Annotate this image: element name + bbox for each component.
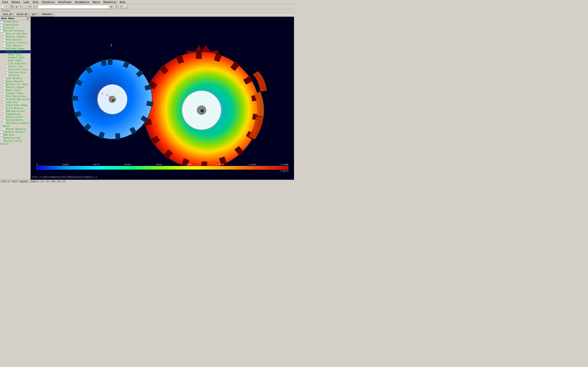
expander-safety-factor[interactable]: + <box>3 116 6 119</box>
expander-check-elem-shape[interactable]: + <box>3 104 6 107</box>
menu-parameters[interactable]: Parameters <box>73 0 91 4</box>
expander-list-results[interactable]: + <box>3 77 6 80</box>
expander-submodeling[interactable]: + <box>3 113 6 116</box>
toolbar-info-btn[interactable]: ℹ <box>32 5 36 9</box>
tree-item-thinfilm[interactable]: + ThinFilm <box>0 74 30 77</box>
save-db-button[interactable]: SAVE_DB <box>1 13 14 17</box>
menu-list[interactable]: List <box>22 0 31 4</box>
tree-item-session-editor[interactable]: + Session Editor <box>0 140 30 143</box>
tree-item-element-table[interactable]: + Element Table <box>0 92 30 95</box>
tree-item-preferences[interactable]: + Preferences <box>0 20 30 24</box>
tree-item-contour-plot[interactable]: Contour Plot <box>0 50 30 53</box>
tree-item-element-solu[interactable]: Element Solu <box>0 56 30 59</box>
tree-item-surface-operations[interactable]: + Surface Operations <box>0 98 30 101</box>
tree-item-radiation-opt[interactable]: + Radiation Opt <box>0 137 30 140</box>
expander-rom-tool[interactable]: + <box>0 134 3 136</box>
expander-options-for-outp[interactable]: + <box>3 83 6 86</box>
tree-item-options-for-outp[interactable]: + Options for Outp <box>0 83 30 86</box>
expander-radiation-opt[interactable]: + <box>0 137 3 140</box>
tree-item-finish[interactable]: Finish <box>0 143 30 146</box>
tree-item-line-elem-res[interactable]: Line Elem Res <box>0 62 30 65</box>
tree-item-submodeling[interactable]: + Submodeling <box>0 113 30 116</box>
tree-item-rom-operations[interactable]: + ROM Operations <box>0 110 30 113</box>
tree-item-preprocessor[interactable]: + Preprocessor <box>0 24 30 26</box>
expander-plot-path-item[interactable]: + <box>6 68 8 71</box>
expander-element-table[interactable]: + <box>3 92 6 95</box>
toolbar-copy-btn[interactable]: 📋 <box>23 5 27 9</box>
expander-define-modify[interactable]: + <box>3 119 6 122</box>
tree-item-results-viewer[interactable]: + Results Viewer <box>0 86 30 89</box>
menu-plotctrls[interactable]: PlotCtrls <box>40 0 56 4</box>
expander-thinfilm[interactable]: + <box>6 74 8 77</box>
toolbar-r1-btn[interactable]: ⟪ <box>114 5 119 9</box>
expander-preprocessor[interactable]: + <box>0 24 3 26</box>
tree-item-general-postproc[interactable]: - General Postproc <box>0 29 30 32</box>
expander-load-case[interactable]: + <box>3 101 6 104</box>
expander-preferences[interactable]: + <box>0 21 3 23</box>
tree-item-write-results[interactable]: + Write Results <box>0 107 30 110</box>
toolbar-open-btn[interactable]: 📂 <box>5 5 9 9</box>
tree-item-plot-path-item[interactable]: + Plot Path Item <box>0 68 30 71</box>
expander-plot-results[interactable]: - <box>3 44 6 47</box>
expander-manual-rezoning[interactable]: + <box>3 128 6 131</box>
tree-item-read-results[interactable]: + Read Results <box>0 38 30 41</box>
tree-item-vector-plot[interactable]: + Vector Plot <box>0 65 30 68</box>
tree-item-query-results[interactable]: + Query Results <box>0 80 30 83</box>
toolbar-print-btn[interactable]: 🖨 <box>14 5 18 9</box>
toolbar-r2-btn[interactable]: ⟫ <box>119 5 123 9</box>
expander-nodal-calcs[interactable]: + <box>3 89 6 92</box>
tree-item-manual-rezoning[interactable]: + Manual Rezoning <box>0 128 30 131</box>
expander-read-results[interactable]: + <box>3 39 6 41</box>
expander-solution[interactable]: + <box>0 27 3 29</box>
tree-item-load-case[interactable]: + Load Case <box>0 101 30 104</box>
expander-general-postproc[interactable]: - <box>0 30 3 32</box>
tree-item-reset[interactable]: Reset <box>0 125 30 128</box>
menu-file[interactable]: File <box>1 0 9 4</box>
toolbar-save-btn[interactable]: 💾 <box>10 5 14 9</box>
tree-item-define-modify[interactable]: + Define/Modify <box>0 119 30 122</box>
menu-macro[interactable]: Macro <box>91 0 101 4</box>
tree-item-solution[interactable]: + Solution <box>0 26 30 29</box>
menu-menuctrls[interactable]: MenuCtrls <box>102 0 118 4</box>
tree-item-elem-table[interactable]: Elem Table <box>0 59 30 62</box>
tree-item-rom-tool[interactable]: + ROM Tool <box>0 134 30 137</box>
expander-path-operations[interactable]: + <box>3 95 6 98</box>
tree-item-deformed-shape[interactable]: Deformed Shape <box>0 47 30 50</box>
tree-item-check-elem-shape[interactable]: + Check Elem Shape <box>0 104 30 107</box>
tree-item-safety-factor[interactable]: + Safety Factor <box>0 116 30 119</box>
expander-data-file-opts[interactable]: + <box>3 33 6 35</box>
tree-item-failure-criteria[interactable]: + Failure Criteria <box>0 41 30 44</box>
powrgrph-button[interactable]: POWRGRPH <box>40 13 54 17</box>
expander-session-editor[interactable]: + <box>0 140 3 142</box>
tree-item-nonlinear-diagnostics[interactable]: + Nonlinear Diagnostics <box>0 122 30 125</box>
expander-failure-criteria[interactable]: + <box>3 42 6 44</box>
panel-close-btn[interactable]: ⊗ <box>27 17 29 20</box>
toolbar-dropdown-btn[interactable]: ▼ <box>109 5 113 9</box>
expander-write-results[interactable]: + <box>3 107 6 110</box>
tree-item-path-operations[interactable]: + Path Operations <box>0 95 30 98</box>
expander-nonlinear-diag[interactable]: + <box>3 122 6 125</box>
menu-plot[interactable]: Plot <box>31 0 40 4</box>
menu-help[interactable]: Help <box>118 0 127 4</box>
expander-query-results[interactable]: + <box>3 80 6 83</box>
tree-item-results-summary[interactable]: + Results Summary <box>0 35 30 38</box>
expander-timehist[interactable]: + <box>0 131 3 133</box>
toolbar-command-input[interactable] <box>38 5 109 8</box>
menu-select[interactable]: Select <box>10 0 22 4</box>
toolbar-r3-btn[interactable]: 📊 <box>123 5 128 9</box>
tree-item-plot-results[interactable]: - Plot Results <box>0 44 30 47</box>
tree-item-concrete-plot[interactable]: + Concrete Plot <box>0 71 30 74</box>
expander-rom-operations[interactable]: + <box>3 110 6 113</box>
tree-item-nodal-solu[interactable]: Nodal Solu <box>0 53 30 56</box>
expander-concrete-plot[interactable]: + <box>6 71 8 74</box>
quit-button[interactable]: QUIT <box>30 13 39 17</box>
left-panel[interactable]: Main Menu ⊗ + Preferences + Preprocessor… <box>0 17 31 180</box>
expander-vector-plot[interactable]: + <box>6 65 8 68</box>
tree-item-data-file-opts[interactable]: + Data & File Opts <box>0 32 30 35</box>
tree-item-list-results[interactable]: + List Results <box>0 77 30 80</box>
toolbar-scissors-btn[interactable]: ✂ <box>19 5 23 9</box>
tree-item-timehist-postpro[interactable]: + TimeHist Postpro <box>0 131 30 134</box>
tree-item-nodal-calcs[interactable]: + Nodal Calcs <box>0 89 30 92</box>
resum-db-button[interactable]: RESUM_DB <box>15 13 29 17</box>
toolbar-paste-btn[interactable]: 📌 <box>28 5 32 9</box>
